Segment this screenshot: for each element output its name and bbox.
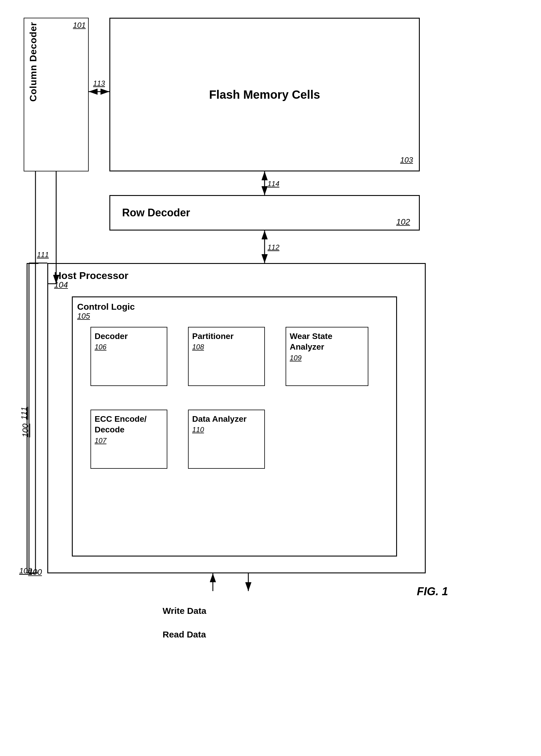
column-decoder-ref: 101 bbox=[73, 21, 86, 30]
wear-state-box: Wear State Analyzer 109 bbox=[285, 327, 368, 386]
partitioner-box: Partitioner 108 bbox=[188, 327, 265, 386]
wear-state-label: Wear State Analyzer bbox=[290, 331, 364, 353]
flash-memory-ref: 103 bbox=[400, 156, 413, 165]
data-analyzer-ref: 110 bbox=[192, 426, 204, 434]
svg-text:113: 113 bbox=[93, 79, 105, 87]
ecc-ref: 107 bbox=[95, 437, 106, 445]
decoder-label: Decoder bbox=[95, 331, 128, 342]
column-decoder-box: 101 Column Decoder bbox=[24, 18, 89, 172]
system-ref: 100 bbox=[21, 402, 30, 437]
row-decoder-label: Row Decoder bbox=[122, 206, 190, 219]
svg-text:111: 111 bbox=[37, 251, 49, 258]
decoder-ref: 106 bbox=[95, 343, 106, 351]
diagram: 101 Column Decoder Flash Memory Cells 10… bbox=[18, 12, 506, 721]
figure-label: FIG. 1 bbox=[417, 585, 448, 598]
row-decoder-box: Row Decoder 102 bbox=[109, 195, 420, 230]
column-decoder-label: Column Decoder bbox=[28, 22, 39, 102]
data-analyzer-label: Data Analyzer bbox=[192, 414, 247, 424]
ecc-label: ECC Encode/ Decode bbox=[95, 414, 163, 435]
partitioner-ref: 108 bbox=[192, 343, 204, 351]
svg-text:112: 112 bbox=[268, 243, 279, 251]
svg-text:114: 114 bbox=[268, 180, 279, 188]
data-analyzer-box: Data Analyzer 110 bbox=[188, 410, 265, 469]
system-bracket-ref: 100 bbox=[28, 567, 42, 577]
flash-memory-box: Flash Memory Cells 103 bbox=[109, 18, 420, 172]
control-logic-ref: 105 bbox=[77, 311, 90, 321]
flash-memory-label: Flash Memory Cells bbox=[209, 88, 320, 101]
host-processor-box: Host Processor 104 Control Logic 105 Dec… bbox=[47, 263, 426, 573]
wear-state-ref: 109 bbox=[290, 354, 301, 362]
control-logic-box: Control Logic 105 Decoder 106 Partitione… bbox=[72, 296, 397, 557]
row-decoder-ref: 102 bbox=[396, 217, 410, 227]
control-logic-label: Control Logic bbox=[77, 302, 135, 312]
host-processor-label: Host Processor bbox=[54, 270, 128, 281]
host-processor-ref: 104 bbox=[54, 280, 68, 290]
read-data-label: Read Data bbox=[163, 629, 206, 639]
ecc-box: ECC Encode/ Decode 107 bbox=[91, 410, 167, 469]
write-data-label: Write Data bbox=[163, 606, 206, 616]
decoder-box: Decoder 106 bbox=[91, 327, 167, 386]
partitioner-label: Partitioner bbox=[192, 331, 234, 342]
